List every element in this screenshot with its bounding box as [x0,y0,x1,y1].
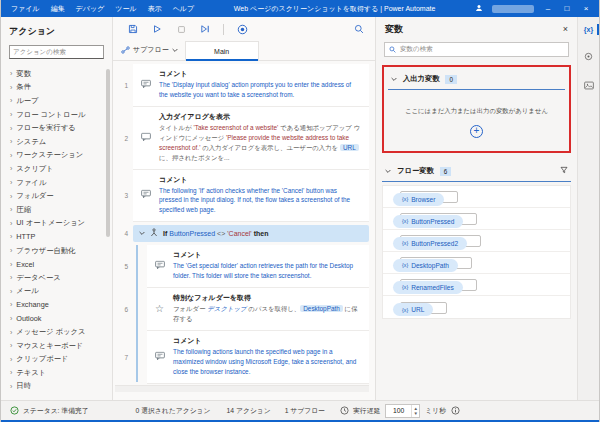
collapse-chevron-icon[interactable] [139,230,145,237]
variable-row: {x} URL [383,296,570,318]
chevron-right-icon: › [10,125,12,132]
menu-item[interactable]: デバッグ [76,4,105,14]
search-icon[interactable] [353,23,365,35]
flow-variables-header[interactable]: フロー変数 6 [382,162,571,182]
action-group-item[interactable]: ›テキスト [1,366,112,380]
action-card[interactable]: コメント The 'Get special folder' action ret… [147,245,369,288]
minimize-icon[interactable]: – [543,5,553,13]
io-variables-header[interactable]: 入出力変数 0 [388,70,565,90]
action-group-item[interactable]: ›ファイル [1,176,112,190]
action-card[interactable]: コメント The following 'If' action checks wh… [133,170,369,223]
action-group-item[interactable]: ›ループ [1,94,112,108]
text-segment: の入力ダイアログを表示し、ユーザーの入力を [200,144,340,151]
comment-icon [154,351,165,362]
close-variables-icon[interactable]: × [563,24,568,34]
filter-icon[interactable] [560,166,568,176]
stop-icon[interactable] [175,23,187,35]
text-segment: then [252,230,269,237]
variables-search-input[interactable]: 変数の検索 [384,42,569,57]
action-group-item[interactable]: ›UI オートメーション [1,217,112,231]
images-rail-icon[interactable] [578,79,599,93]
io-variables-label: 入出力変数 [403,74,439,84]
menu-item[interactable]: ファイル [11,4,40,14]
variable-type-icon: {x} [402,284,408,290]
stepper-arrows[interactable]: ▲▼ [411,405,419,417]
add-io-variable-button[interactable]: + [470,125,483,138]
variable-pill[interactable]: {x} Browser [393,193,444,206]
action-description: The 'Get special folder' action retrieve… [173,261,361,281]
variable-pill[interactable]: {x} DesktopPath [393,259,458,272]
action-card[interactable]: 入力ダイアログを表示 タイトルが 'Take screenshot of a w… [133,107,369,170]
actions-search-input[interactable]: アクションの検索 [9,45,104,59]
maximize-icon[interactable]: □ [562,5,572,13]
horizontal-scrollbar[interactable] [115,385,369,392]
variables-rail-icon[interactable]: {x} [578,24,599,35]
io-variables-count: 0 [445,75,457,84]
run-delay-value[interactable]: 100 [386,407,411,414]
subflows-count: 1 サブフロー [285,406,325,416]
action-group-item[interactable]: ›データベース [1,271,112,285]
variable-pill[interactable]: {x} ButtonPressed [393,215,463,228]
run-delay-unit: ミリ秒 [425,406,446,416]
chevron-right-icon: › [10,179,12,186]
action-group-item[interactable]: ›圧縮 [1,203,112,217]
action-group-item[interactable]: ›スクリプト [1,162,112,176]
chevron-down-icon [385,167,391,176]
variable-pill[interactable]: {x} ButtonPressed2 [393,237,467,250]
run-delay-stepper[interactable]: 100 ▲▼ [385,404,420,418]
action-group-item[interactable]: ›メール [1,285,112,299]
variable-chip[interactable]: DesktopPath [300,305,343,312]
action-group-item[interactable]: ›マウスとキーボード [1,339,112,353]
action-group-item[interactable]: ›ブラウザー自動化 [1,244,112,258]
subflows-dropdown[interactable]: サブフロー [113,45,185,60]
chevron-right-icon: › [10,274,12,281]
action-group-item[interactable]: ›フローを実行する [1,121,112,135]
user-account-icon[interactable] [475,4,483,13]
action-card[interactable]: コメント The following actions launch the sp… [147,331,369,384]
action-group-item[interactable]: ›条件 [1,81,112,95]
action-title: コメント [173,250,361,260]
variable-pill[interactable]: {x} URL [393,303,433,316]
menu-item[interactable]: ツール [115,4,136,14]
chevron-right-icon: › [10,193,12,200]
variable-pill[interactable]: {x} RenamedFiles [393,281,463,294]
menu-item[interactable]: 表示 [148,4,162,14]
action-group-item[interactable]: ›変数 [1,67,112,81]
variable-name: ButtonPressed [411,218,454,225]
action-group-item[interactable]: ›Outlook [1,312,112,326]
info-icon[interactable] [451,406,460,415]
flow-row: 1 コメント The 'Display input dialog' action… [115,64,369,107]
save-icon[interactable] [127,23,139,35]
chevron-right-icon: › [10,369,12,376]
tab-main-subflow[interactable]: Main [185,41,259,60]
flow-row: 3 コメント The following 'If' action checks … [115,170,369,223]
action-group-item[interactable]: ›システム [1,135,112,149]
run-next-action-icon[interactable] [199,23,211,35]
variable-row: {x} RenamedFiles [383,274,570,296]
ui-elements-rail-icon[interactable] [578,50,599,64]
subflows-icon [121,46,130,55]
recorder-icon[interactable] [236,23,248,35]
action-group-item[interactable]: ›HTTP [1,230,112,244]
action-group-item[interactable]: ›日時 [1,380,112,394]
if-condition-text: If ButtonPressed <> 'Cancel' then [163,230,268,237]
close-icon[interactable]: × [581,5,591,13]
action-group-item[interactable]: ›メッセージ ボックス [1,325,112,339]
action-group-item[interactable]: ›Excel [1,257,112,271]
action-group-item[interactable]: ›フォルダー [1,189,112,203]
run-icon[interactable] [151,23,163,35]
actions-panel-title: アクション [1,17,112,44]
variable-type-icon: {x} [402,196,408,202]
menu-item[interactable]: ヘルプ [173,4,195,14]
action-group-item[interactable]: ›クリップボード [1,352,112,366]
action-group-item[interactable]: ›Exchange [1,298,112,312]
sidebar-scrollbar[interactable] [106,69,110,237]
action-group-item[interactable]: ›ワークステーション [1,149,112,163]
variable-chip[interactable]: URL [340,144,359,151]
flow-row: 2 入力ダイアログを表示 タイトルが 'Take screenshot of a… [115,107,369,170]
action-group-item[interactable]: ›フロー コントロール [1,108,112,122]
action-card[interactable]: ☆ 特別なフォルダーを取得 フォルダー デスクトップ のパスを取得し、Deskt… [147,288,369,331]
if-action-row[interactable]: If ButtonPressed <> 'Cancel' then [133,225,369,242]
menu-item[interactable]: 編集 [51,4,65,14]
action-card[interactable]: コメント The 'Display input dialog' action p… [133,64,369,107]
